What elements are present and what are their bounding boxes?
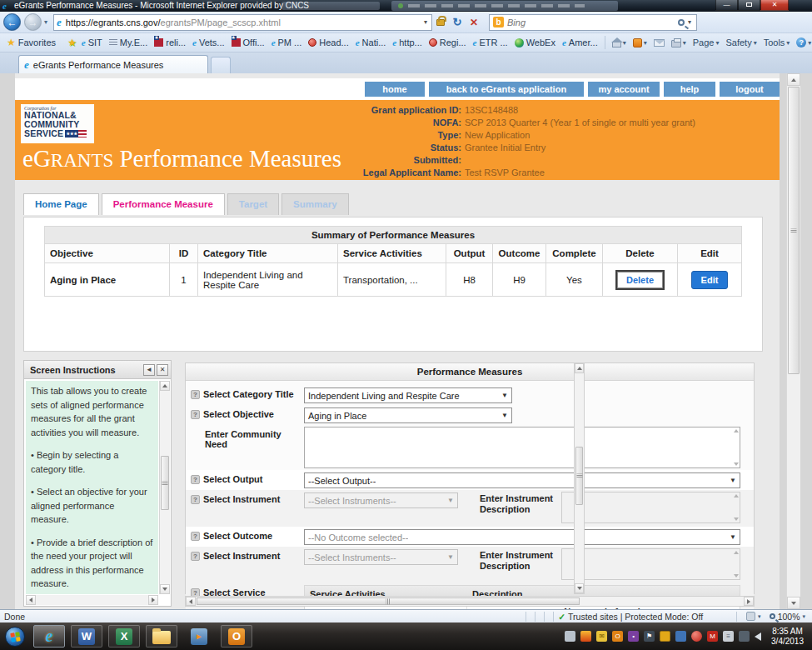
tools-menu[interactable]: Tools▾: [764, 38, 790, 48]
printer-tray-icon[interactable]: [565, 631, 575, 642]
search-icon[interactable]: [678, 19, 685, 26]
display-tray-icon[interactable]: [739, 631, 750, 642]
favorites-star-icon[interactable]: ★: [7, 37, 16, 48]
shield-tray-icon[interactable]: M: [707, 631, 718, 642]
help-icon[interactable]: ?: [191, 532, 200, 541]
zone-icon[interactable]: [746, 612, 755, 621]
help-icon[interactable]: ?: [191, 552, 200, 561]
tab-home-page[interactable]: Home Page: [23, 193, 99, 215]
nav-my-account-button[interactable]: my account: [588, 82, 660, 97]
url-dropdown-icon[interactable]: ▾: [422, 18, 429, 26]
flame-tray-icon[interactable]: [580, 631, 591, 642]
help-icon[interactable]: ?: [191, 495, 200, 504]
instructions-hscrollbar[interactable]: [26, 595, 158, 605]
delete-button[interactable]: Delete: [617, 272, 663, 288]
output-select[interactable]: --Select Output--▼: [304, 472, 740, 488]
mail-icon: [654, 39, 665, 47]
edit-button[interactable]: Edit: [691, 271, 729, 289]
favorite-item[interactable]: ehttp...: [390, 37, 424, 48]
help-menu[interactable]: ?▾: [796, 38, 811, 48]
trusted-check-icon: ✓: [558, 612, 565, 622]
tab-performance-measure[interactable]: Performance Measure: [102, 193, 225, 215]
taskbar-mediaplayer-button[interactable]: [183, 625, 215, 648]
taskbar-excel-button[interactable]: X: [108, 625, 140, 648]
taskbar-ie-button[interactable]: e: [33, 625, 65, 648]
network-tray-icon[interactable]: [675, 631, 686, 642]
mail-tray-icon[interactable]: ✉: [596, 631, 607, 642]
field-label: Select Category Title: [203, 389, 294, 399]
favorite-item[interactable]: WebEx: [512, 37, 558, 48]
bing-icon: b: [493, 17, 504, 28]
site-nav: home back to eGrants application my acco…: [15, 78, 780, 100]
instructions-header: Screen Instructions ◄ ✕: [24, 361, 171, 379]
nav-logout-button[interactable]: logout: [720, 82, 780, 97]
help-icon: ?: [796, 38, 806, 48]
form-scrollbar-vertical[interactable]: [574, 362, 585, 594]
favorite-item[interactable]: eSIT: [79, 37, 105, 48]
minimize-button[interactable]: —: [715, 0, 738, 11]
favorite-item[interactable]: ePM ...: [269, 37, 305, 48]
page-scrollbar[interactable]: [786, 73, 800, 609]
clipboard-tray-icon[interactable]: ≡: [723, 631, 734, 642]
close-button[interactable]: ✕: [760, 0, 789, 11]
help-icon[interactable]: ?: [191, 390, 200, 399]
print-button[interactable]: ▾: [671, 38, 686, 48]
security-lock-icon[interactable]: [432, 14, 449, 31]
home-button[interactable]: ▾: [612, 38, 626, 48]
antivirus-tray-icon[interactable]: [691, 631, 702, 642]
search-input[interactable]: [507, 18, 678, 28]
outlook-tray-icon[interactable]: O: [612, 631, 623, 642]
maximize-button[interactable]: [738, 0, 760, 11]
taskbar-explorer-button[interactable]: [146, 625, 177, 648]
favorite-item[interactable]: My.E...: [107, 37, 150, 48]
nav-help-button[interactable]: help: [664, 82, 715, 97]
category-title-select[interactable]: Independent Living and Respite Care▼: [304, 388, 512, 403]
search-dropdown-icon[interactable]: ▾: [686, 18, 693, 26]
help-icon[interactable]: ?: [191, 475, 200, 484]
start-button[interactable]: [5, 627, 25, 647]
favorite-item[interactable]: eVets...: [190, 37, 227, 48]
grant-field-value: SCP 2013 Quarter 4 (Year 1 of single or …: [465, 117, 695, 129]
taskbar-word-button[interactable]: W: [71, 625, 102, 648]
favorite-item[interactable]: eNati...: [353, 37, 389, 48]
nav-home-button[interactable]: home: [365, 82, 425, 97]
objective-select[interactable]: Aging in Place▼: [304, 408, 512, 423]
search-box[interactable]: b ▾: [489, 14, 697, 31]
favorite-item[interactable]: eAmer...: [560, 37, 600, 48]
community-need-textarea[interactable]: [304, 427, 740, 468]
refresh-button[interactable]: ↻: [449, 14, 466, 31]
url-field[interactable]: e https://egrants.cns.gov/egrantsPM/page…: [53, 14, 432, 31]
safety-menu[interactable]: Safety▾: [725, 38, 756, 48]
favorite-item[interactable]: Head...: [306, 37, 351, 48]
outcome-select[interactable]: --No Outcome selected--▼: [304, 529, 740, 545]
new-tab-button[interactable]: [211, 57, 231, 73]
read-mail-button[interactable]: [654, 39, 665, 47]
zoom-control[interactable]: 100% ▾: [770, 612, 805, 622]
grant-info: Grant application ID:13SC148488 NOFA:SCP…: [321, 104, 771, 179]
speaker-tray-icon[interactable]: [755, 632, 761, 641]
padlock-tray-icon[interactable]: [660, 631, 670, 642]
stop-button[interactable]: ✕: [466, 14, 482, 31]
feeds-button[interactable]: ▾: [633, 38, 647, 48]
forward-button[interactable]: →: [24, 13, 42, 31]
purple-lock-tray-icon[interactable]: •: [628, 631, 639, 642]
favorites-label[interactable]: Favorites: [18, 38, 56, 48]
favorite-item[interactable]: reli...: [152, 37, 188, 48]
instructions-scrollbar[interactable]: [159, 381, 170, 594]
form-scrollbar-horizontal[interactable]: [185, 596, 755, 607]
nav-back-to-egrants-button[interactable]: back to eGrants application: [429, 82, 584, 97]
back-button[interactable]: ←: [3, 13, 21, 31]
favorite-item[interactable]: eETR ...: [471, 37, 511, 48]
close-panel-button[interactable]: ✕: [157, 364, 168, 376]
page-menu[interactable]: Page▾: [693, 38, 720, 48]
taskbar-outlook-button[interactable]: O: [221, 625, 252, 648]
help-icon[interactable]: ?: [191, 410, 200, 419]
favorite-item[interactable]: Regi...: [426, 37, 469, 48]
flag-tray-icon[interactable]: ⚑: [644, 631, 655, 642]
collapse-panel-button[interactable]: ◄: [143, 364, 155, 376]
add-favorite-icon[interactable]: ★: [67, 37, 77, 48]
browser-tab[interactable]: e eGrants Performance Measures: [18, 55, 208, 73]
favorite-item[interactable]: Offi...: [229, 37, 267, 48]
taskbar-clock[interactable]: 8:35 AM 3/4/2013: [771, 627, 804, 647]
recent-pages-dropdown-icon[interactable]: ▾: [44, 18, 47, 26]
